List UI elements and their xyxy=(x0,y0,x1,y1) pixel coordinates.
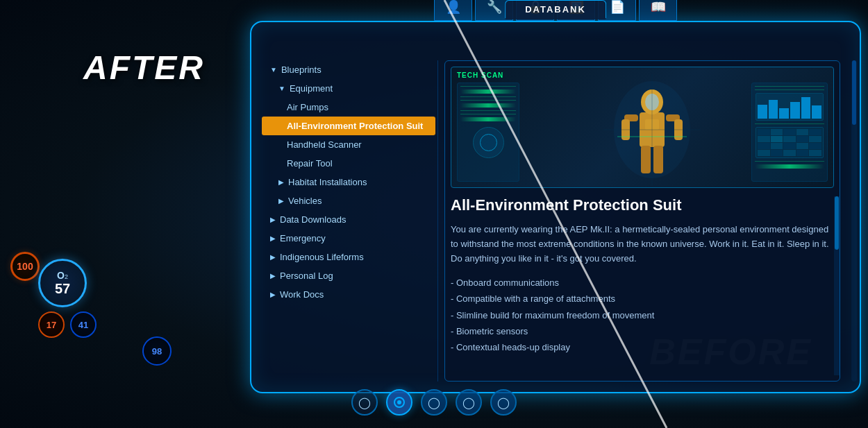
sidebar-item-label: Repair Tool xyxy=(287,158,333,169)
arrow-icon: ▶ xyxy=(278,178,284,186)
main-frame: 👤 🔧 🔒 🖼️ 📄 📖 DATABANK ▼ Blueprints ▼ Equ… xyxy=(250,21,861,393)
feature-2: - Compatible with a range of attachments xyxy=(451,291,834,307)
hud-o2-value: 57 xyxy=(55,281,70,297)
sidebar-item-personal-log[interactable]: ▶ Personal Log xyxy=(262,266,435,285)
main-scrollbar-thumb xyxy=(852,60,856,125)
bottom-dot-5[interactable]: ◯ xyxy=(490,389,517,416)
arrow-icon: ▶ xyxy=(270,216,276,223)
svg-point-15 xyxy=(397,400,401,404)
sidebar-item-vehicles[interactable]: ▶ Vehicles xyxy=(262,191,435,210)
sidebar-item-label: Habitat Installations xyxy=(288,177,367,187)
hud-o2-subscript: 2 xyxy=(65,273,68,280)
content-text-area: All-Environment Protection Suit You are … xyxy=(451,196,834,375)
sidebar-item-blueprints[interactable]: ▼ Blueprints xyxy=(262,60,435,79)
bottom-nav: ◯ ◯ ◯ ◯ xyxy=(351,389,517,416)
sidebar-item-equipment[interactable]: ▼ Equipment xyxy=(262,79,435,98)
svg-rect-9 xyxy=(653,146,663,173)
sidebar-item-label: Data Downloads xyxy=(280,214,346,225)
bottom-dot-1[interactable]: ◯ xyxy=(351,389,378,416)
active-dot-icon xyxy=(393,396,406,409)
hud-o2-label: O xyxy=(57,270,65,281)
sidebar-item-data-downloads[interactable]: ▶ Data Downloads xyxy=(262,210,435,229)
tech-scan-label: TECH SCAN xyxy=(457,71,503,79)
sidebar-item-label: Air Pumps xyxy=(287,102,328,112)
arrow-icon: ▶ xyxy=(270,253,276,261)
hud-stat-41: 41 xyxy=(70,311,97,338)
feature-3: - Slimline build for maximum freedom of … xyxy=(451,307,834,323)
sidebar-item-label: Indigenous Lifeforms xyxy=(280,252,364,262)
sidebar-item-label: Work Docs xyxy=(280,289,324,300)
arrow-icon: ▶ xyxy=(270,234,276,242)
bottom-dot-2[interactable] xyxy=(386,389,412,416)
item-features: - Onboard communications - Compatible wi… xyxy=(451,275,834,356)
inner-circle xyxy=(480,134,497,151)
scan-left-panel xyxy=(457,83,519,182)
item-title: All-Environment Protection Suit xyxy=(451,196,834,214)
sidebar-item-indigenous[interactable]: ▶ Indigenous Lifeforms xyxy=(262,248,435,266)
databank-tab[interactable]: DATABANK xyxy=(505,0,606,18)
sidebar-item-habitat[interactable]: ▶ Habitat Installations xyxy=(262,173,435,191)
scan-grid xyxy=(756,127,823,158)
suit-svg xyxy=(603,74,701,185)
feature-1: - Onboard communications xyxy=(451,275,834,291)
hud-o2-circle: O 2 57 xyxy=(38,259,87,307)
arrow-icon: ▶ xyxy=(270,291,276,298)
hud-area: 100 O 2 57 17 41 xyxy=(38,259,97,338)
content-scrollbar[interactable] xyxy=(834,196,840,375)
suit-figure xyxy=(603,74,701,182)
nav-icon-person[interactable]: 👤 xyxy=(434,0,472,21)
hud-small-stats: 17 41 xyxy=(38,311,97,338)
content-scrollbar-thumb xyxy=(835,196,839,250)
sidebar-item-work-docs[interactable]: ▶ Work Docs xyxy=(262,285,435,304)
scan-circle-indicator xyxy=(473,127,504,158)
content-panel: TECH SCAN xyxy=(444,60,840,382)
sidebar: ▼ Blueprints ▼ Equipment Air Pumps All-E… xyxy=(262,60,435,382)
item-description: You are currently wearing the AEP Mk.II:… xyxy=(451,223,834,266)
arrow-icon: ▶ xyxy=(278,197,284,205)
sidebar-item-label: Vehicles xyxy=(288,196,322,206)
sidebar-item-aep-suit[interactable]: All-Environment Protection Suit xyxy=(262,117,435,135)
arrow-icon: ▶ xyxy=(270,272,276,280)
sidebar-item-label: Blueprints xyxy=(281,65,322,75)
sidebar-item-emergency[interactable]: ▶ Emergency xyxy=(262,229,435,248)
feature-5: - Contextual heads-up display xyxy=(451,339,834,355)
hud-stat-98: 98 xyxy=(142,336,172,366)
sidebar-item-label: Handheld Scanner xyxy=(287,139,362,150)
scan-chart xyxy=(756,93,823,121)
svg-rect-8 xyxy=(641,146,651,173)
arrow-icon: ▼ xyxy=(270,66,277,74)
after-label: AFTER xyxy=(83,49,205,87)
hud-stat-17: 17 xyxy=(38,311,65,338)
sidebar-divider xyxy=(437,60,438,382)
bottom-dot-4[interactable]: ◯ xyxy=(456,389,482,416)
bottom-dot-3[interactable]: ◯ xyxy=(421,389,447,416)
arrow-icon: ▼ xyxy=(278,85,285,92)
sidebar-item-repair-tool[interactable]: Repair Tool xyxy=(262,154,435,173)
tech-scan-panel: TECH SCAN xyxy=(451,67,834,188)
nav-icon-book[interactable]: 📖 xyxy=(639,0,677,21)
sidebar-item-handheld-scanner[interactable]: Handheld Scanner xyxy=(262,135,435,154)
sidebar-item-label: All-Environment Protection Suit xyxy=(287,121,423,131)
hud-stat-100: 100 xyxy=(10,252,40,281)
scan-right-panel xyxy=(751,83,828,182)
sidebar-item-label: Personal Log xyxy=(280,271,333,281)
sidebar-item-label: Equipment xyxy=(290,83,333,94)
main-scrollbar[interactable] xyxy=(851,60,857,382)
sidebar-item-label: Emergency xyxy=(280,233,326,243)
sidebar-item-air-pumps[interactable]: Air Pumps xyxy=(262,98,435,117)
hud-o2-symbol: O 2 xyxy=(57,270,68,281)
feature-4: - Biometric sensors xyxy=(451,323,834,339)
